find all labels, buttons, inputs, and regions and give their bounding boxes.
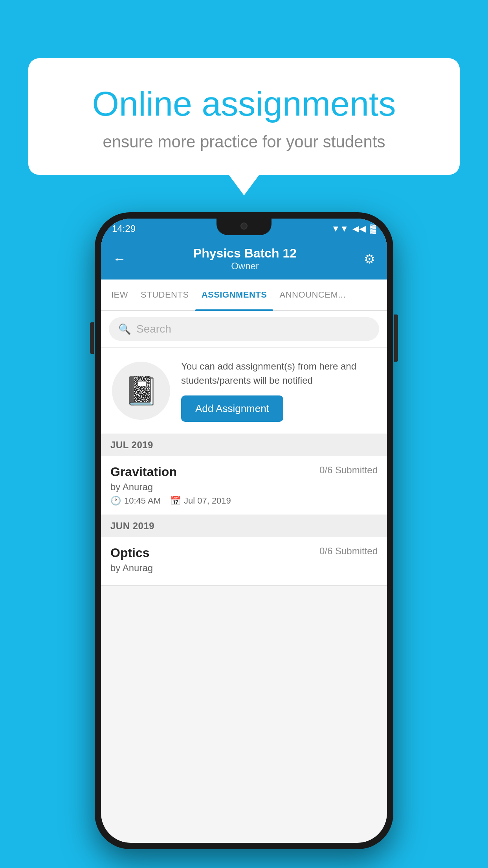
phone-screen: 14:29 ▼▼ ◀◀ ▓ ← Physics Batch 12 Owner ⚙…: [101, 219, 387, 843]
search-input[interactable]: Search: [136, 323, 171, 335]
header-title: Physics Batch 12: [126, 246, 364, 261]
phone-wrapper: 14:29 ▼▼ ◀◀ ▓ ← Physics Batch 12 Owner ⚙…: [95, 212, 393, 853]
status-time: 14:29: [112, 223, 136, 234]
tab-iew[interactable]: IEW: [105, 280, 134, 310]
assignment-submitted-optics: 0/6 Submitted: [319, 546, 378, 557]
tab-students[interactable]: STUDENTS: [134, 280, 195, 310]
front-camera: [240, 223, 248, 230]
header-subtitle: Owner: [126, 261, 364, 272]
bubble-subtitle: ensure more practice for your students: [60, 132, 428, 151]
assignment-time: 10:45 AM: [124, 496, 161, 506]
section-header-jun: JUN 2019: [101, 515, 387, 537]
assignment-item-header-optics: Optics 0/6 Submitted: [110, 546, 378, 560]
battery-icon: ▓: [370, 224, 376, 234]
search-icon: 🔍: [118, 323, 131, 335]
assignment-author-optics: by Anurag: [110, 563, 378, 574]
meta-date: 📅 Jul 07, 2019: [170, 496, 231, 506]
assignment-name: Gravitation: [110, 465, 177, 479]
speech-bubble: Online assignments ensure more practice …: [28, 58, 460, 175]
search-bar[interactable]: 🔍 Search: [109, 317, 379, 341]
app-header: ← Physics Batch 12 Owner ⚙: [101, 239, 387, 280]
signal-icon: ◀◀: [352, 224, 366, 234]
search-bar-wrap: 🔍 Search: [101, 311, 387, 348]
phone-outer: 14:29 ▼▼ ◀◀ ▓ ← Physics Batch 12 Owner ⚙…: [95, 212, 393, 849]
assignment-name-optics: Optics: [110, 546, 150, 560]
section-header-jul: JUL 2019: [101, 434, 387, 456]
tab-announcements[interactable]: ANNOUNCEM...: [273, 280, 352, 310]
promo-text: You can add assignment(s) from here and …: [181, 359, 376, 422]
header-title-group: Physics Batch 12 Owner: [126, 246, 364, 272]
assignment-item-optics[interactable]: Optics 0/6 Submitted by Anurag: [101, 537, 387, 586]
clock-icon: 🕐: [110, 496, 121, 506]
notebook-icon: 📓: [124, 375, 158, 407]
assignment-date: Jul 07, 2019: [184, 496, 231, 506]
screen-content: 🔍 Search 📓 You can add assignment(s) fro…: [101, 311, 387, 586]
calendar-icon: 📅: [170, 496, 181, 506]
assignment-submitted: 0/6 Submitted: [319, 465, 378, 476]
bubble-title: Online assignments: [60, 85, 428, 123]
assignment-item-header: Gravitation 0/6 Submitted: [110, 465, 378, 479]
tab-assignments[interactable]: ASSIGNMENTS: [195, 280, 273, 310]
assignment-meta: 🕐 10:45 AM 📅 Jul 07, 2019: [110, 496, 378, 506]
settings-icon[interactable]: ⚙: [364, 252, 375, 267]
speech-bubble-container: Online assignments ensure more practice …: [28, 58, 460, 175]
assignment-icon-circle: 📓: [112, 362, 170, 420]
back-button[interactable]: ←: [113, 251, 126, 267]
promo-description: You can add assignment(s) from here and …: [181, 359, 376, 388]
meta-time: 🕐 10:45 AM: [110, 496, 161, 506]
tabs-bar: IEW STUDENTS ASSIGNMENTS ANNOUNCEM...: [101, 280, 387, 311]
status-icons: ▼▼ ◀◀ ▓: [331, 224, 376, 234]
add-assignment-button[interactable]: Add Assignment: [181, 395, 283, 422]
notch: [216, 219, 272, 235]
assignment-author: by Anurag: [110, 482, 378, 493]
promo-card: 📓 You can add assignment(s) from here an…: [101, 348, 387, 434]
wifi-icon: ▼▼: [331, 224, 349, 234]
assignment-item-gravitation[interactable]: Gravitation 0/6 Submitted by Anurag 🕐 10…: [101, 456, 387, 515]
